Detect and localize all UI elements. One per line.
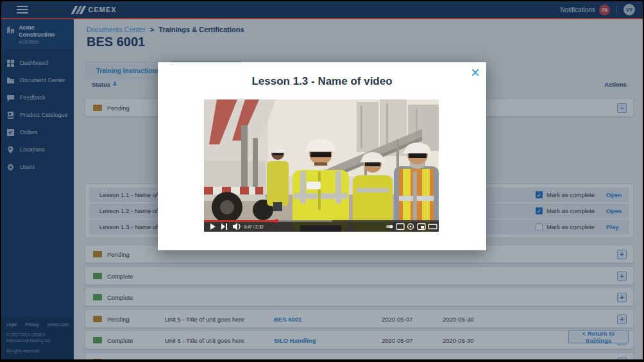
app-window: CEMEX Notifications 78 VT Acme Construct… bbox=[1, 1, 643, 359]
video-frame-illustration bbox=[204, 99, 439, 232]
video-modal: × Lesson 1.3 - Name of video bbox=[158, 62, 486, 250]
video-player[interactable]: 0:47 / 2:32 bbox=[204, 99, 439, 232]
modal-title: Lesson 1.3 - Name of video bbox=[158, 75, 486, 88]
video-time: 0:47 / 2:32 bbox=[244, 225, 264, 229]
